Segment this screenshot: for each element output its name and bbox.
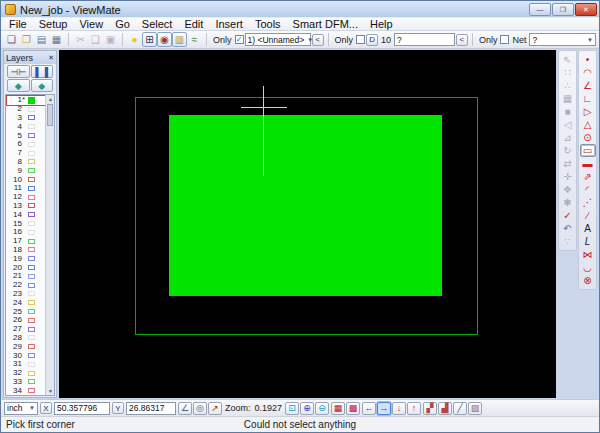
layer-align-button[interactable]: ⊣⊢ xyxy=(7,65,30,78)
snap-points-icon[interactable]: ∵ xyxy=(560,235,576,248)
layer-color-swatch[interactable] xyxy=(28,239,35,244)
minimize-button[interactable]: — xyxy=(529,3,551,16)
redraw-button[interactable]: ▦ xyxy=(331,402,345,415)
layer-color-swatch[interactable] xyxy=(28,379,35,384)
rectangle-tool[interactable]: ▭ xyxy=(580,144,596,157)
hook-tool[interactable]: ◡ xyxy=(580,261,596,274)
layer-color-swatch[interactable] xyxy=(28,344,35,349)
close-icon[interactable]: ✕ xyxy=(48,54,54,62)
measure-line-button[interactable]: ╱ xyxy=(453,402,467,415)
select-points-icon[interactable]: ∷ xyxy=(560,66,576,79)
polyline-tool[interactable]: ∠ xyxy=(580,79,596,92)
menu-file[interactable]: File xyxy=(3,18,33,30)
layer-color-swatch[interactable] xyxy=(28,309,35,314)
open-icon[interactable]: ❐ xyxy=(19,32,34,47)
menu-insert[interactable]: Insert xyxy=(209,18,249,30)
y-coordinate-input[interactable]: 26.86317 xyxy=(126,402,176,415)
menu-help[interactable]: Help xyxy=(364,18,399,30)
pick-icon[interactable]: ↗ xyxy=(208,402,222,415)
zoom-window-button[interactable]: ⊡ xyxy=(285,402,299,415)
paste-icon[interactable]: ▣ xyxy=(103,32,118,47)
label-tool[interactable]: L xyxy=(580,235,596,248)
rotate-icon[interactable]: ↻ xyxy=(560,144,576,157)
delete-point-tool[interactable]: ⊗ xyxy=(580,274,596,287)
x-coordinate-input[interactable]: 50.357796 xyxy=(54,402,110,415)
cut-icon[interactable]: ✂ xyxy=(73,32,88,47)
x-coordinate-button[interactable]: X xyxy=(40,402,52,414)
menu-edit[interactable]: Edit xyxy=(178,18,209,30)
layer-color-swatch[interactable] xyxy=(28,247,35,252)
copy-icon[interactable]: ❑ xyxy=(88,32,103,47)
d-button[interactable]: D xyxy=(366,34,378,46)
close-button[interactable]: ✕ xyxy=(575,3,597,16)
triangle-tool[interactable]: △ xyxy=(580,118,596,131)
angle-measure-icon[interactable]: ∠ xyxy=(178,402,192,415)
layer-color-button-2[interactable]: ◆ xyxy=(31,79,54,92)
dcode-prev-button[interactable]: < xyxy=(312,34,324,46)
net-select[interactable]: ? ▼ xyxy=(529,33,596,46)
pad-tool[interactable]: • xyxy=(580,53,596,66)
block-fill-icon[interactable]: ■ xyxy=(560,105,576,118)
layer-color-swatch[interactable] xyxy=(28,151,35,156)
scroll-up-icon[interactable]: ▲ xyxy=(46,95,55,103)
layer-color-swatch[interactable] xyxy=(28,353,35,358)
layer-color-swatch[interactable] xyxy=(28,168,35,173)
y-coordinate-button[interactable]: Y xyxy=(112,402,124,414)
pad-mode-toggle[interactable]: ◉ xyxy=(157,32,172,47)
layer-color-swatch[interactable] xyxy=(28,230,35,235)
pan-left-button[interactable]: ← xyxy=(362,402,376,415)
align-icon[interactable]: ✛ xyxy=(560,170,576,183)
layer-color-swatch[interactable] xyxy=(28,133,35,138)
layer-color-swatch[interactable] xyxy=(28,256,35,261)
layer-table-button[interactable]: ▌▐ xyxy=(31,65,54,78)
layer-color-swatch[interactable] xyxy=(28,362,35,367)
pan-down-button[interactable]: ↓ xyxy=(392,402,406,415)
layer-color-swatch[interactable] xyxy=(28,177,35,182)
mirror-vertical-icon[interactable]: ◁ xyxy=(560,118,576,131)
lamp-icon[interactable]: ● xyxy=(127,32,142,47)
pan-up-button[interactable]: ↑ xyxy=(407,402,421,415)
block-icon[interactable]: ▦ xyxy=(560,92,576,105)
vector-tool[interactable]: ⇗ xyxy=(580,170,596,183)
only-d-checkbox[interactable] xyxy=(356,35,365,44)
layer-color-swatch[interactable] xyxy=(28,97,35,104)
layers-scrollbar[interactable]: ▲ ▼ xyxy=(45,95,54,395)
maximize-button[interactable]: ❐ xyxy=(552,3,574,16)
layer-color-swatch[interactable] xyxy=(28,115,35,120)
menu-view[interactable]: View xyxy=(73,18,109,30)
pan-right-button[interactable]: → xyxy=(377,402,391,415)
outline-mode-toggle[interactable]: ⊞ xyxy=(142,32,157,47)
menu-select[interactable]: Select xyxy=(136,18,179,30)
layer-color-swatch[interactable] xyxy=(28,124,35,129)
new-icon[interactable]: ❏ xyxy=(4,32,19,47)
grid-button[interactable]: ▩ xyxy=(346,402,360,415)
only-dcode-checkbox[interactable] xyxy=(235,35,244,44)
layer-color-swatch[interactable] xyxy=(28,371,35,376)
layer-color-swatch[interactable] xyxy=(28,327,35,332)
layer-color-swatch[interactable] xyxy=(28,195,35,200)
layer-color-swatch[interactable] xyxy=(28,107,35,112)
polygon-tool[interactable]: ▷ xyxy=(580,105,596,118)
arc-tool[interactable]: ◠ xyxy=(580,66,596,79)
check-icon[interactable]: ✓ xyxy=(560,209,576,222)
layer-color-swatch[interactable] xyxy=(28,186,35,191)
dashed-line-tool[interactable]: ⋰ xyxy=(580,196,596,209)
layer-color-swatch[interactable] xyxy=(28,335,35,340)
settings-icon[interactable]: ✱ xyxy=(560,196,576,209)
layer-color-swatch[interactable] xyxy=(28,283,35,288)
canvas[interactable] xyxy=(59,50,556,398)
swap-icon[interactable]: ⇄ xyxy=(560,157,576,170)
circle-tool[interactable]: ⊙ xyxy=(580,131,596,144)
select-pointer-icon[interactable]: ⇖ xyxy=(560,53,576,66)
d-prev-button[interactable]: < xyxy=(456,34,468,46)
layer-down-button[interactable]: ▟ xyxy=(438,402,452,415)
units-select[interactable]: inch ▼ xyxy=(4,402,38,415)
analyzer-icon[interactable]: ≈ xyxy=(187,32,202,47)
select-group-icon[interactable]: ∴ xyxy=(560,79,576,92)
menu-smart-dfm[interactable]: Smart DFM... xyxy=(287,18,364,30)
dcode-select[interactable]: 1) <Unnamed> ▼ xyxy=(245,33,311,46)
layer-color-swatch[interactable] xyxy=(28,318,35,323)
menu-go[interactable]: Go xyxy=(109,18,136,30)
scrollbar-thumb[interactable] xyxy=(47,104,53,126)
jumper-tool[interactable]: ⋈ xyxy=(580,248,596,261)
